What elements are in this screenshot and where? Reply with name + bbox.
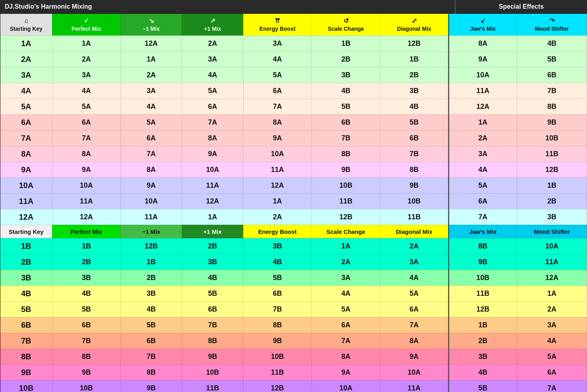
- scale-change-cell: 7B: [312, 130, 380, 146]
- scale-change-cell: 4A: [312, 286, 380, 301]
- subhdr-mood-shifter: Mood Shifter: [517, 225, 587, 238]
- mood-shifter-cell: 10A: [517, 238, 587, 254]
- diagonal-mix-cell: 2A: [380, 238, 448, 254]
- scale-change-cell: 10B: [312, 177, 380, 193]
- table-row: 4A4A3A5A6A4B3B11A7B: [0, 83, 587, 99]
- minus1-mix-cell: 9A: [120, 177, 182, 193]
- energy-boost-cell: 5B: [243, 270, 311, 286]
- scale-change-cell: 2A: [312, 254, 380, 270]
- diagonal-mix-cell: 12B: [380, 35, 448, 51]
- col-header-perfect-mix: ✓ Perfect Mix: [52, 14, 120, 36]
- scale-change-cell: 9B: [312, 162, 380, 177]
- scale-change-cell: 11B: [312, 193, 380, 209]
- diagonal-mix-cell: 5A: [380, 286, 448, 301]
- jaws-mix-cell: 10B: [448, 270, 517, 286]
- perfect-mix-cell: 6B: [52, 317, 120, 333]
- diagonal-mix-cell: 8A: [380, 333, 448, 349]
- mood-shifter-cell: 11B: [517, 146, 587, 162]
- double-up-icon: ⇈: [245, 17, 310, 25]
- energy-boost-cell: 6A: [243, 83, 311, 99]
- energy-boost-cell: 8A: [243, 114, 311, 130]
- perfect-mix-cell: 4B: [52, 286, 120, 301]
- plus1-mix-cell: 4A: [182, 67, 243, 83]
- mood-shifter-cell: 5B: [517, 51, 587, 67]
- diagonal-mix-cell: 4B: [380, 99, 448, 114]
- curve-right-icon: ↷: [519, 17, 585, 25]
- starting-key-cell: 9A: [0, 162, 53, 177]
- energy-boost-cell: 4B: [243, 254, 311, 270]
- perfect-mix-cell: 8A: [52, 146, 120, 162]
- jaws-mix-cell: 4A: [448, 162, 517, 177]
- col-header-plus1-mix: ↗ +1 Mix: [182, 14, 243, 36]
- arrow-down-right-icon: ↘: [122, 17, 180, 25]
- mood-shifter-cell: 2A: [517, 301, 587, 317]
- table-row: 9B9B8B10B11B9A10A4B6A: [0, 364, 587, 380]
- minus1-mix-cell: 3B: [120, 286, 182, 301]
- perfect-mix-cell: 8B: [52, 349, 120, 364]
- starting-key-cell: 10A: [0, 177, 53, 193]
- diagonal-mix-cell: 11B: [380, 209, 448, 225]
- subhdr-minus1-mix: −1 Mix: [120, 225, 182, 238]
- col-label-plus1-mix: +1 Mix: [184, 25, 241, 32]
- starting-key-cell: 1B: [0, 238, 53, 254]
- mood-shifter-cell: 12B: [517, 162, 587, 177]
- minus1-mix-cell: 5B: [120, 317, 182, 333]
- energy-boost-cell: 2A: [243, 209, 311, 225]
- mood-shifter-cell: 3B: [517, 209, 587, 225]
- diagonal-mix-cell: 3A: [380, 254, 448, 270]
- scale-change-cell: 6B: [312, 114, 380, 130]
- energy-boost-cell: 10B: [243, 349, 311, 364]
- energy-boost-cell: 1A: [243, 193, 311, 209]
- starting-key-cell: 9B: [0, 364, 53, 380]
- plus1-mix-cell: 9A: [182, 146, 243, 162]
- mood-shifter-cell: 3A: [517, 317, 587, 333]
- jaws-mix-cell: 9B: [448, 254, 517, 270]
- mood-shifter-cell: 7A: [517, 380, 587, 392]
- scale-change-cell: 10A: [312, 380, 380, 392]
- refresh-icon: ↺: [313, 17, 378, 25]
- table-row: 6A6A5A7A8A6B5B1A9B: [0, 114, 587, 130]
- table-row: 10A10A9A11A12A10B9B5A1B: [0, 177, 587, 193]
- diagonal-mix-cell: 8B: [380, 162, 448, 177]
- perfect-mix-cell: 7A: [52, 130, 120, 146]
- energy-boost-cell: 4A: [243, 51, 311, 67]
- mood-shifter-cell: 2B: [517, 193, 587, 209]
- perfect-mix-cell: 7B: [52, 333, 120, 349]
- diagonal-mix-cell: 9A: [380, 349, 448, 364]
- table-row: 8B8B7B9B10B8A9A3B5A: [0, 349, 587, 364]
- plus1-mix-cell: 10B: [182, 364, 243, 380]
- jaws-mix-cell: 2A: [448, 130, 517, 146]
- col-label-mood-shifter: Mood Shifter: [519, 25, 585, 32]
- plus1-mix-cell: 2B: [182, 238, 243, 254]
- special-effects-header: Special Effects: [455, 0, 587, 13]
- energy-boost-cell: 11B: [243, 364, 311, 380]
- table-body: 1A1A12A2A3A1B12B8A4B2A2A1A3A4A2B1B9A5B3A…: [0, 35, 587, 392]
- table-row: 5B5B4B6B7B5A6A12B2A: [0, 301, 587, 317]
- perfect-mix-cell: 5A: [52, 99, 120, 114]
- perfect-mix-cell: 2A: [52, 51, 120, 67]
- col-label-starting-key: Starting Key: [2, 25, 51, 32]
- col-header-energy-boost: ⇈ Energy Boost: [243, 14, 311, 36]
- energy-boost-cell: 12A: [243, 177, 311, 193]
- col-label-scale-change: Scale Change: [313, 25, 378, 32]
- table-row: 1A1A12A2A3A1B12B8A4B: [0, 35, 587, 51]
- plus1-mix-cell: 3A: [182, 51, 243, 67]
- col-header-jaws-mix: ↙ Jaw's Mix: [448, 14, 517, 36]
- diagonal-mix-cell: 1B: [380, 51, 448, 67]
- minus1-mix-cell: 7B: [120, 349, 182, 364]
- table-row: 2A2A1A3A4A2B1B9A5B: [0, 51, 587, 67]
- col-header-diagonal-mix: ⤢ Diagonal Mix: [380, 14, 448, 36]
- plus1-mix-cell: 7B: [182, 317, 243, 333]
- perfect-mix-cell: 6A: [52, 114, 120, 130]
- mood-shifter-cell: 10B: [517, 130, 587, 146]
- subhdr-plus1-mix: +1 Mix: [182, 225, 243, 238]
- table-row: 9A9A8A10A11A9B8B4A12B: [0, 162, 587, 177]
- jaws-mix-cell: 12B: [448, 301, 517, 317]
- starting-key-cell: 4A: [0, 83, 53, 99]
- mood-shifter-cell: 12A: [517, 270, 587, 286]
- plus1-mix-cell: 5A: [182, 83, 243, 99]
- starting-key-cell: 8B: [0, 349, 53, 364]
- starting-key-cell: 10B: [0, 380, 53, 392]
- minus1-mix-cell: 2B: [120, 270, 182, 286]
- table-row: 12A12A11A1A2A12B11B7A3B: [0, 209, 587, 225]
